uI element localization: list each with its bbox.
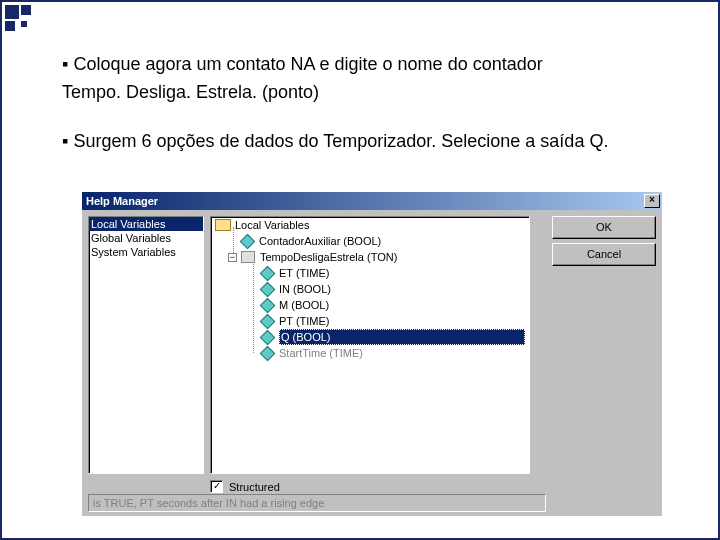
structured-label: Structured xyxy=(229,481,280,493)
scope-item-system[interactable]: System Variables xyxy=(89,245,203,259)
tree-child-q[interactable]: Q (BOOL) xyxy=(211,329,529,345)
tree-child-label: IN (BOOL) xyxy=(279,283,331,295)
structured-checkbox[interactable]: ✓ xyxy=(210,480,223,493)
cancel-button[interactable]: Cancel xyxy=(552,243,656,266)
diamond-icon xyxy=(259,314,275,328)
tree-node-contador[interactable]: ContadorAuxiliar (BOOL) xyxy=(211,233,529,249)
diamond-icon xyxy=(259,330,275,344)
tree-child-pt[interactable]: PT (TIME) xyxy=(211,313,529,329)
tree-node-label: TempoDesligaEstrela (TON) xyxy=(260,251,397,263)
tree-child-label: M (BOOL) xyxy=(279,299,329,311)
struct-icon xyxy=(240,250,256,264)
tree-node-label: ContadorAuxiliar (BOOL) xyxy=(259,235,381,247)
tree-child-m[interactable]: M (BOOL) xyxy=(211,297,529,313)
tree-root-label: Local Variables xyxy=(235,219,309,231)
tree-child-starttime[interactable]: StartTime (TIME) xyxy=(211,345,529,361)
help-manager-dialog: Help Manager × Local Variables Global Va… xyxy=(82,192,662,516)
scope-list[interactable]: Local Variables Global Variables System … xyxy=(88,216,204,474)
status-bar: is TRUE, PT seconds after IN had a risin… xyxy=(88,494,546,512)
diamond-icon xyxy=(259,282,275,296)
ok-button[interactable]: OK xyxy=(552,216,656,239)
tree-node-tempo[interactable]: − TempoDesligaEstrela (TON) xyxy=(211,249,529,265)
tree-child-label: ET (TIME) xyxy=(279,267,330,279)
titlebar[interactable]: Help Manager × xyxy=(82,192,662,210)
slide-text-block: ▪ Coloque agora um contato NA e digite o… xyxy=(2,2,718,153)
folder-icon xyxy=(215,218,231,232)
diamond-icon xyxy=(259,298,275,312)
scope-item-local[interactable]: Local Variables xyxy=(89,217,203,231)
scope-item-global[interactable]: Global Variables xyxy=(89,231,203,245)
bullet-2: Surgem 6 opções de dados do Temporizador… xyxy=(73,131,608,151)
diamond-icon xyxy=(239,234,255,248)
close-button[interactable]: × xyxy=(644,194,660,208)
tree-child-label: Q (BOOL) xyxy=(279,329,525,345)
tree-child-et[interactable]: ET (TIME) xyxy=(211,265,529,281)
diamond-icon xyxy=(259,346,275,360)
tree-child-in[interactable]: IN (BOOL) xyxy=(211,281,529,297)
variable-tree[interactable]: Local Variables ContadorAuxiliar (BOOL) … xyxy=(210,216,530,474)
diamond-icon xyxy=(259,266,275,280)
tree-child-label: PT (TIME) xyxy=(279,315,330,327)
tree-child-label: StartTime (TIME) xyxy=(279,347,363,359)
collapse-icon[interactable]: − xyxy=(228,253,237,262)
bullet-1-line-2: Tempo. Desliga. Estrela. (ponto) xyxy=(62,82,319,102)
tree-root[interactable]: Local Variables xyxy=(211,217,529,233)
bullet-1-line-1: Coloque agora um contato NA e digite o n… xyxy=(73,54,542,74)
dialog-title: Help Manager xyxy=(86,195,644,207)
